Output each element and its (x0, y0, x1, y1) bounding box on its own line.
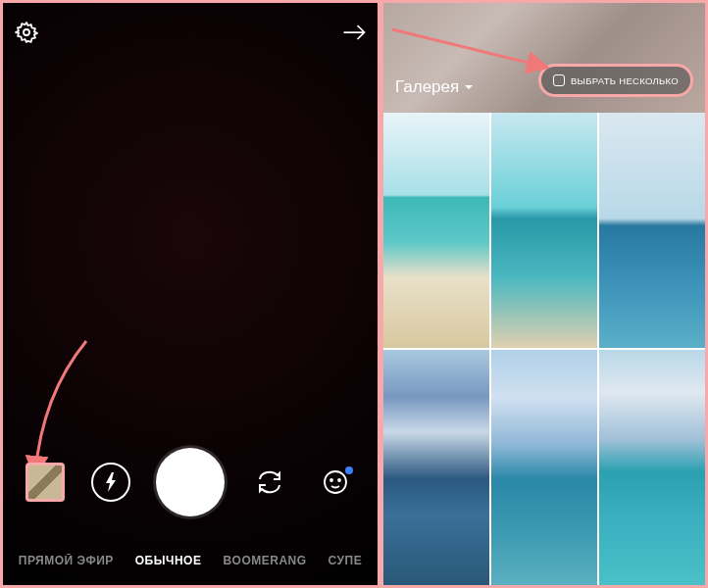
gallery-item[interactable] (383, 350, 489, 585)
gallery-header: Галерея ВЫБРАТЬ НЕСКОЛЬКО (383, 3, 705, 113)
svg-point-3 (338, 479, 340, 481)
gallery-grid (383, 113, 705, 585)
mode-boomerang[interactable]: BOOMERANG (223, 554, 306, 567)
flash-button[interactable] (91, 463, 130, 502)
chevron-down-icon (463, 81, 475, 93)
camera-top-bar (13, 13, 368, 52)
gallery-thumbnail-button[interactable] (25, 463, 65, 502)
gallery-dropdown[interactable]: Галерея (395, 77, 475, 97)
notification-dot (345, 466, 353, 474)
settings-button[interactable] (13, 19, 40, 46)
svg-point-2 (330, 479, 332, 481)
face-filter-button[interactable] (316, 463, 355, 502)
gallery-item[interactable] (599, 350, 705, 585)
shutter-button[interactable] (156, 448, 225, 516)
forward-button[interactable] (340, 19, 368, 46)
gallery-item[interactable] (599, 113, 705, 348)
gallery-item[interactable] (491, 113, 597, 348)
svg-point-0 (24, 29, 29, 35)
camera-controls (3, 443, 378, 521)
gallery-title-label: Галерея (395, 77, 459, 97)
mode-normal[interactable]: ОБЫЧНОЕ (135, 554, 202, 567)
gallery-item[interactable] (383, 113, 489, 348)
camera-screen: ПРЯМОЙ ЭФИР ОБЫЧНОЕ BOOMERANG СУПЕ (0, 0, 380, 588)
checkbox-icon (553, 74, 565, 86)
svg-point-1 (325, 471, 346, 493)
gallery-item[interactable] (491, 350, 597, 585)
select-multiple-label: ВЫБРАТЬ НЕСКОЛЬКО (571, 75, 679, 86)
switch-camera-button[interactable] (250, 463, 289, 502)
mode-live[interactable]: ПРЯМОЙ ЭФИР (19, 554, 114, 567)
gallery-screen: Галерея ВЫБРАТЬ НЕСКОЛЬКО (380, 0, 708, 588)
camera-mode-strip[interactable]: ПРЯМОЙ ЭФИР ОБЫЧНОЕ BOOMERANG СУПЕ (3, 554, 378, 567)
mode-superzoom[interactable]: СУПЕ (329, 554, 363, 567)
select-multiple-button[interactable]: ВЫБРАТЬ НЕСКОЛЬКО (538, 64, 693, 97)
